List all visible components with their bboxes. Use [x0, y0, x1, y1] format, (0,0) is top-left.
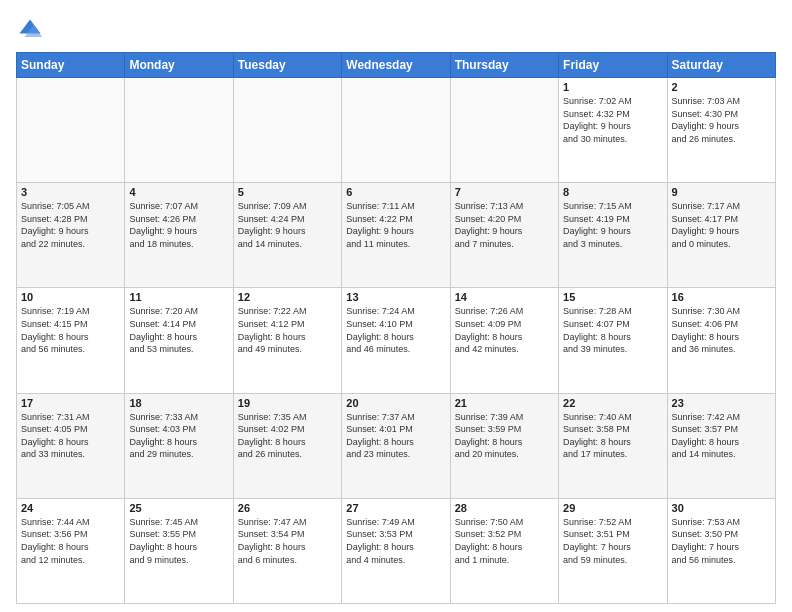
calendar-cell [342, 78, 450, 183]
calendar-cell: 20Sunrise: 7:37 AMSunset: 4:01 PMDayligh… [342, 393, 450, 498]
calendar-week-row: 10Sunrise: 7:19 AMSunset: 4:15 PMDayligh… [17, 288, 776, 393]
calendar-cell [17, 78, 125, 183]
calendar-week-row: 3Sunrise: 7:05 AMSunset: 4:28 PMDaylight… [17, 183, 776, 288]
calendar-cell: 30Sunrise: 7:53 AMSunset: 3:50 PMDayligh… [667, 498, 775, 603]
calendar-cell [450, 78, 558, 183]
day-number: 20 [346, 397, 445, 409]
day-number: 2 [672, 81, 771, 93]
day-number: 9 [672, 186, 771, 198]
day-info: Sunrise: 7:50 AMSunset: 3:52 PMDaylight:… [455, 516, 554, 566]
day-number: 17 [21, 397, 120, 409]
day-info: Sunrise: 7:05 AMSunset: 4:28 PMDaylight:… [21, 200, 120, 250]
day-info: Sunrise: 7:40 AMSunset: 3:58 PMDaylight:… [563, 411, 662, 461]
day-number: 16 [672, 291, 771, 303]
day-number: 14 [455, 291, 554, 303]
day-info: Sunrise: 7:39 AMSunset: 3:59 PMDaylight:… [455, 411, 554, 461]
day-number: 29 [563, 502, 662, 514]
day-info: Sunrise: 7:07 AMSunset: 4:26 PMDaylight:… [129, 200, 228, 250]
day-info: Sunrise: 7:13 AMSunset: 4:20 PMDaylight:… [455, 200, 554, 250]
calendar-cell: 4Sunrise: 7:07 AMSunset: 4:26 PMDaylight… [125, 183, 233, 288]
calendar-cell: 28Sunrise: 7:50 AMSunset: 3:52 PMDayligh… [450, 498, 558, 603]
day-info: Sunrise: 7:15 AMSunset: 4:19 PMDaylight:… [563, 200, 662, 250]
day-number: 24 [21, 502, 120, 514]
day-number: 1 [563, 81, 662, 93]
calendar-week-row: 1Sunrise: 7:02 AMSunset: 4:32 PMDaylight… [17, 78, 776, 183]
calendar-cell: 9Sunrise: 7:17 AMSunset: 4:17 PMDaylight… [667, 183, 775, 288]
day-info: Sunrise: 7:20 AMSunset: 4:14 PMDaylight:… [129, 305, 228, 355]
calendar-cell: 13Sunrise: 7:24 AMSunset: 4:10 PMDayligh… [342, 288, 450, 393]
day-number: 10 [21, 291, 120, 303]
day-info: Sunrise: 7:45 AMSunset: 3:55 PMDaylight:… [129, 516, 228, 566]
calendar-cell: 19Sunrise: 7:35 AMSunset: 4:02 PMDayligh… [233, 393, 341, 498]
day-number: 5 [238, 186, 337, 198]
day-info: Sunrise: 7:02 AMSunset: 4:32 PMDaylight:… [563, 95, 662, 145]
header [16, 16, 776, 44]
calendar-cell: 8Sunrise: 7:15 AMSunset: 4:19 PMDaylight… [559, 183, 667, 288]
day-number: 26 [238, 502, 337, 514]
calendar-cell: 10Sunrise: 7:19 AMSunset: 4:15 PMDayligh… [17, 288, 125, 393]
day-number: 19 [238, 397, 337, 409]
day-number: 15 [563, 291, 662, 303]
day-number: 28 [455, 502, 554, 514]
day-number: 6 [346, 186, 445, 198]
day-info: Sunrise: 7:17 AMSunset: 4:17 PMDaylight:… [672, 200, 771, 250]
calendar-cell: 25Sunrise: 7:45 AMSunset: 3:55 PMDayligh… [125, 498, 233, 603]
calendar-day-header: Saturday [667, 53, 775, 78]
calendar-cell: 15Sunrise: 7:28 AMSunset: 4:07 PMDayligh… [559, 288, 667, 393]
day-number: 3 [21, 186, 120, 198]
day-info: Sunrise: 7:52 AMSunset: 3:51 PMDaylight:… [563, 516, 662, 566]
calendar-cell: 21Sunrise: 7:39 AMSunset: 3:59 PMDayligh… [450, 393, 558, 498]
day-info: Sunrise: 7:26 AMSunset: 4:09 PMDaylight:… [455, 305, 554, 355]
calendar-cell: 6Sunrise: 7:11 AMSunset: 4:22 PMDaylight… [342, 183, 450, 288]
calendar-cell: 29Sunrise: 7:52 AMSunset: 3:51 PMDayligh… [559, 498, 667, 603]
calendar-day-header: Monday [125, 53, 233, 78]
calendar-cell: 24Sunrise: 7:44 AMSunset: 3:56 PMDayligh… [17, 498, 125, 603]
day-info: Sunrise: 7:37 AMSunset: 4:01 PMDaylight:… [346, 411, 445, 461]
calendar-cell: 22Sunrise: 7:40 AMSunset: 3:58 PMDayligh… [559, 393, 667, 498]
calendar-cell: 12Sunrise: 7:22 AMSunset: 4:12 PMDayligh… [233, 288, 341, 393]
calendar-cell: 11Sunrise: 7:20 AMSunset: 4:14 PMDayligh… [125, 288, 233, 393]
calendar-cell: 26Sunrise: 7:47 AMSunset: 3:54 PMDayligh… [233, 498, 341, 603]
day-number: 18 [129, 397, 228, 409]
calendar-cell: 27Sunrise: 7:49 AMSunset: 3:53 PMDayligh… [342, 498, 450, 603]
day-info: Sunrise: 7:53 AMSunset: 3:50 PMDaylight:… [672, 516, 771, 566]
day-number: 4 [129, 186, 228, 198]
day-number: 7 [455, 186, 554, 198]
day-number: 11 [129, 291, 228, 303]
day-number: 21 [455, 397, 554, 409]
calendar-day-header: Sunday [17, 53, 125, 78]
day-info: Sunrise: 7:33 AMSunset: 4:03 PMDaylight:… [129, 411, 228, 461]
day-info: Sunrise: 7:28 AMSunset: 4:07 PMDaylight:… [563, 305, 662, 355]
day-info: Sunrise: 7:30 AMSunset: 4:06 PMDaylight:… [672, 305, 771, 355]
day-info: Sunrise: 7:42 AMSunset: 3:57 PMDaylight:… [672, 411, 771, 461]
day-info: Sunrise: 7:09 AMSunset: 4:24 PMDaylight:… [238, 200, 337, 250]
calendar-cell [125, 78, 233, 183]
day-number: 12 [238, 291, 337, 303]
calendar-cell: 23Sunrise: 7:42 AMSunset: 3:57 PMDayligh… [667, 393, 775, 498]
calendar-day-header: Thursday [450, 53, 558, 78]
calendar-week-row: 24Sunrise: 7:44 AMSunset: 3:56 PMDayligh… [17, 498, 776, 603]
calendar-day-header: Wednesday [342, 53, 450, 78]
day-number: 22 [563, 397, 662, 409]
calendar-cell [233, 78, 341, 183]
day-number: 13 [346, 291, 445, 303]
calendar-cell: 18Sunrise: 7:33 AMSunset: 4:03 PMDayligh… [125, 393, 233, 498]
logo-icon [16, 16, 44, 44]
calendar-cell: 5Sunrise: 7:09 AMSunset: 4:24 PMDaylight… [233, 183, 341, 288]
day-number: 27 [346, 502, 445, 514]
day-info: Sunrise: 7:35 AMSunset: 4:02 PMDaylight:… [238, 411, 337, 461]
calendar-cell: 1Sunrise: 7:02 AMSunset: 4:32 PMDaylight… [559, 78, 667, 183]
day-info: Sunrise: 7:49 AMSunset: 3:53 PMDaylight:… [346, 516, 445, 566]
calendar-cell: 3Sunrise: 7:05 AMSunset: 4:28 PMDaylight… [17, 183, 125, 288]
calendar-cell: 14Sunrise: 7:26 AMSunset: 4:09 PMDayligh… [450, 288, 558, 393]
day-info: Sunrise: 7:47 AMSunset: 3:54 PMDaylight:… [238, 516, 337, 566]
calendar-day-header: Tuesday [233, 53, 341, 78]
page: SundayMondayTuesdayWednesdayThursdayFrid… [0, 0, 792, 612]
day-number: 25 [129, 502, 228, 514]
calendar-table: SundayMondayTuesdayWednesdayThursdayFrid… [16, 52, 776, 604]
day-info: Sunrise: 7:24 AMSunset: 4:10 PMDaylight:… [346, 305, 445, 355]
day-number: 23 [672, 397, 771, 409]
logo [16, 16, 48, 44]
calendar-cell: 17Sunrise: 7:31 AMSunset: 4:05 PMDayligh… [17, 393, 125, 498]
calendar-cell: 7Sunrise: 7:13 AMSunset: 4:20 PMDaylight… [450, 183, 558, 288]
